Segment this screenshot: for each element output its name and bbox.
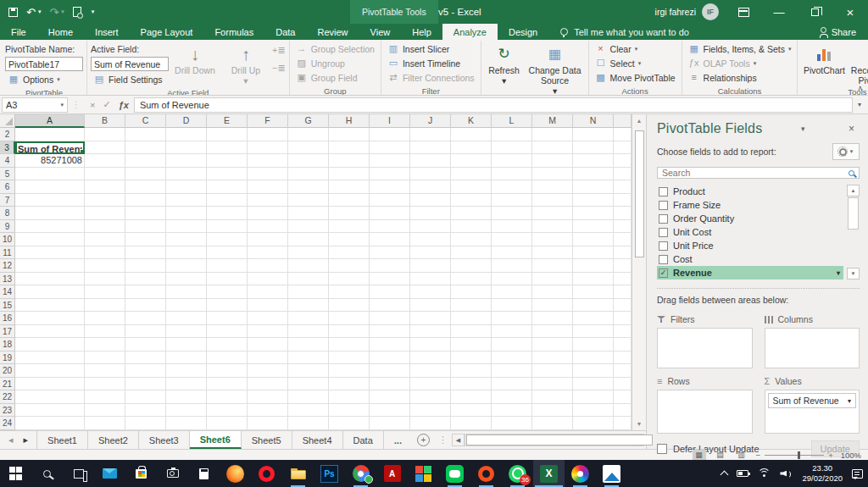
cell-F24[interactable] — [248, 417, 288, 430]
cell-partial-4[interactable] — [614, 154, 632, 168]
tab-design[interactable]: Design — [498, 24, 548, 40]
account-area[interactable]: irgi fahrezi IF — [648, 3, 726, 20]
row-header-15[interactable]: 15 — [0, 299, 15, 313]
recommended-pivottables-button[interactable]: ? Recommended PivotTables — [849, 42, 868, 86]
cell-F20[interactable] — [248, 364, 288, 378]
taskbar-explorer-icon[interactable] — [282, 460, 314, 487]
cell-D2[interactable] — [166, 128, 207, 141]
cell-F8[interactable] — [248, 207, 288, 220]
row-header-7[interactable]: 7 — [0, 194, 15, 208]
active-field-input[interactable]: Sum of Revenue — [91, 57, 169, 71]
hidden-icons-chevron-icon[interactable] — [721, 471, 729, 479]
taskbar-store-icon[interactable] — [125, 460, 157, 487]
cell-H18[interactable] — [329, 338, 370, 351]
group-selection-button[interactable]: → Group Selection — [293, 42, 377, 56]
cell-I8[interactable] — [370, 207, 410, 220]
cell-G21[interactable] — [288, 378, 329, 391]
columns-drop-zone[interactable] — [765, 328, 860, 368]
cell-A12[interactable] — [15, 259, 85, 273]
columns-area[interactable]: Columns — [765, 313, 860, 368]
sheet-tab-sheet1[interactable]: Sheet1 — [36, 431, 88, 449]
row-header-17[interactable]: 17 — [0, 325, 15, 339]
refresh-button[interactable]: ↻ Refresh▾ — [485, 42, 524, 86]
row-header-22[interactable]: 22 — [0, 390, 15, 404]
column-header-D[interactable]: D — [166, 114, 207, 128]
values-item-dropdown-icon[interactable]: ▾ — [848, 397, 851, 405]
cell-I22[interactable] — [370, 390, 410, 404]
cell-K5[interactable] — [451, 168, 492, 181]
cell-G16[interactable] — [288, 312, 329, 325]
cell-I2[interactable] — [370, 128, 410, 141]
sheet-nav-prev-icon[interactable]: ◂ — [8, 434, 14, 445]
cell-K11[interactable] — [451, 246, 492, 260]
scroll-left-icon[interactable]: ◀ — [452, 434, 465, 446]
sheet-tab-dotdotdot[interactable]: ... — [384, 431, 412, 449]
field-item-revenue[interactable]: ✓Revenue▾ — [657, 266, 843, 279]
cell-H5[interactable] — [329, 168, 370, 181]
cell-partial-23[interactable] — [614, 404, 632, 418]
cell-J14[interactable] — [410, 285, 451, 299]
cell-J18[interactable] — [410, 338, 451, 351]
field-search-box[interactable] — [657, 167, 860, 179]
cell-K16[interactable] — [451, 312, 492, 325]
cell-E17[interactable] — [207, 325, 248, 339]
zoom-slider-thumb[interactable] — [798, 451, 800, 459]
cancel-icon[interactable]: × — [90, 100, 95, 110]
cell-partial-6[interactable] — [614, 180, 632, 194]
cell-D7[interactable] — [166, 194, 207, 208]
cell-E24[interactable] — [207, 417, 248, 430]
row-header-20[interactable]: 20 — [0, 364, 15, 378]
cell-M21[interactable] — [532, 378, 573, 391]
cell-E16[interactable] — [207, 312, 248, 325]
cell-C21[interactable] — [125, 378, 166, 391]
name-box-dropdown-icon[interactable]: ▾ — [60, 102, 64, 108]
cell-J15[interactable] — [410, 299, 451, 313]
vertical-scrollbar[interactable]: ▲ ▼ — [632, 114, 646, 430]
cell-A4[interactable]: 85271008 — [15, 154, 85, 168]
column-header-partial[interactable] — [614, 114, 632, 128]
pivotchart-button[interactable]: PivotChart — [801, 42, 847, 75]
cell-H7[interactable] — [329, 194, 370, 208]
zoom-slider[interactable]: − + — [756, 451, 833, 460]
cell-I23[interactable] — [370, 404, 410, 418]
cell-E9[interactable] — [207, 220, 248, 234]
cell-partial-19[interactable] — [614, 351, 632, 365]
cell-M17[interactable] — [532, 325, 573, 339]
cell-A24[interactable] — [15, 417, 85, 430]
cell-M6[interactable] — [532, 180, 573, 194]
cell-N17[interactable] — [573, 325, 614, 339]
cell-N3[interactable] — [573, 141, 614, 155]
cell-N23[interactable] — [573, 404, 614, 418]
cell-N2[interactable] — [573, 128, 614, 141]
cell-A19[interactable] — [15, 351, 85, 365]
cell-J7[interactable] — [410, 194, 451, 208]
cell-F13[interactable] — [248, 273, 288, 286]
field-item-product[interactable]: Product — [657, 185, 843, 198]
tab-review[interactable]: Review — [306, 24, 359, 40]
cell-H11[interactable] — [329, 246, 370, 260]
cell-N7[interactable] — [573, 194, 614, 208]
cell-B19[interactable] — [85, 351, 125, 365]
cell-K18[interactable] — [451, 338, 492, 351]
cell-partial-21[interactable] — [614, 378, 632, 391]
cell-K6[interactable] — [451, 180, 492, 194]
cell-N6[interactable] — [573, 180, 614, 194]
cell-D14[interactable] — [166, 285, 207, 299]
cell-A22[interactable] — [15, 390, 85, 404]
column-header-L[interactable]: L — [492, 114, 532, 128]
cell-D3[interactable] — [166, 141, 207, 155]
row-header-9[interactable]: 9 — [0, 220, 15, 234]
taskbar-opera-icon[interactable] — [251, 460, 282, 487]
cell-partial-24[interactable] — [614, 417, 632, 430]
column-header-J[interactable]: J — [410, 114, 451, 128]
cell-partial-10[interactable] — [614, 233, 632, 246]
zoom-in-icon[interactable]: + — [828, 451, 833, 460]
cell-I16[interactable] — [370, 312, 410, 325]
cell-B24[interactable] — [85, 417, 125, 430]
sheet-tab-sheet4[interactable]: Sheet4 — [292, 431, 343, 449]
field-settings-button[interactable]: ▤ Field Settings — [91, 72, 169, 86]
cell-N12[interactable] — [573, 259, 614, 273]
cell-F17[interactable] — [248, 325, 288, 339]
cell-C3[interactable] — [125, 141, 166, 155]
taskbar-taskview-icon[interactable] — [63, 460, 94, 487]
